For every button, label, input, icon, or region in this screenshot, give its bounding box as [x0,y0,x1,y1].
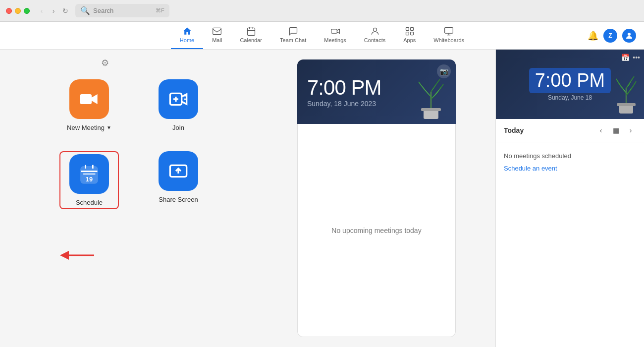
join-label: Join [172,124,184,131]
sidebar-header-banner: 7:00 PM Sunday, June 18 📅 ••• [496,50,644,119]
sidebar-calendar-toggle[interactable]: ▦ [610,125,621,136]
search-bar[interactable]: 🔍 ⌘F [75,4,169,17]
sidebar-plant [609,72,644,119]
action-grid: New Meeting ▼ Join [59,79,238,209]
new-meeting-label: New Meeting ▼ [67,124,111,131]
share-screen-item[interactable]: Share Screen [149,151,208,209]
new-meeting-item[interactable]: New Meeting ▼ [59,79,119,131]
nav-meetings[interactable]: Meetings [315,22,355,49]
svg-point-3 [373,28,376,31]
time-banner: 7:00 PM Sunday, 18 June 2023 📷 [297,59,456,124]
top-nav-right: 🔔 Z [588,29,636,43]
search-input[interactable] [93,7,153,14]
right-sidebar: 7:00 PM Sunday, June 18 📅 ••• [495,50,644,347]
main-layout: ⚙ [0,50,644,347]
svg-rect-20 [421,108,441,111]
svg-point-9 [628,33,631,36]
minimize-button[interactable] [15,8,21,14]
sidebar-today-header: Today ‹ ▦ › [496,119,644,142]
join-icon-bg [159,79,198,119]
center-time-display: 7:00 PM [307,76,381,100]
maximize-button[interactable] [24,8,30,14]
title-bar: ‹ › ↻ 🔍 ⌘F [0,0,644,22]
new-meeting-icon-bg [69,79,109,119]
content-area: ⚙ [0,50,258,347]
search-shortcut: ⌘F [156,7,164,14]
sidebar-time: 7:00 PM [529,68,611,93]
svg-rect-1 [247,28,255,35]
schedule-icon-bg: 19 [69,154,109,194]
sidebar-prev-button[interactable]: ‹ [595,125,606,136]
schedule-item[interactable]: 19 Schedule [59,151,119,209]
time-text-block: 7:00 PM Sunday, 18 June 2023 [307,76,381,108]
nav-teamchat[interactable]: Team Chat [271,22,315,49]
no-meetings-center: No upcoming meetings today [331,227,421,234]
svg-rect-4 [406,28,409,31]
refresh-button[interactable]: ↻ [59,5,71,17]
no-meetings-sidebar: No meetings scheduled [504,152,636,160]
center-date-display: Sunday, 18 June 2023 [307,100,381,108]
arrow-indicator [54,243,99,270]
profile-avatar[interactable] [622,29,636,43]
nav-calendar[interactable]: Calendar [231,22,271,49]
join-item[interactable]: Join [149,79,208,131]
sidebar-today-label: Today [504,126,524,134]
svg-rect-8 [445,28,453,34]
svg-rect-2 [331,29,337,33]
avatar[interactable]: Z [603,29,617,43]
meetings-area: No upcoming meetings today [297,124,456,337]
svg-rect-16 [83,173,96,175]
svg-text:19: 19 [86,175,93,183]
share-screen-icon-bg [159,151,198,191]
sidebar-next-button[interactable]: › [625,125,636,136]
nav-home[interactable]: Home [171,22,203,49]
sidebar-time-block: 7:00 PM Sunday, June 18 [529,68,611,101]
nav-whiteboards[interactable]: Whiteboards [425,22,473,49]
nav-contacts[interactable]: Contacts [355,22,394,49]
notification-icon[interactable]: 🔔 [588,30,598,41]
search-icon: 🔍 [80,6,90,15]
sidebar-header-actions: 📅 ••• [621,54,640,61]
svg-rect-11 [80,94,92,104]
sidebar-date: Sunday, June 18 [548,94,592,101]
share-screen-label: Share Screen [159,196,198,203]
plant-decoration [411,74,451,124]
nav-mail[interactable]: Mail [203,22,231,49]
sidebar-nav-icons: ‹ ▦ › [595,125,636,136]
schedule-label: Schedule [76,199,103,206]
traffic-lights [6,8,30,14]
svg-rect-0 [213,28,221,34]
back-button[interactable]: ‹ [36,5,48,17]
svg-rect-7 [410,32,413,35]
chevron-down-icon: ▼ [107,125,111,130]
forward-button[interactable]: › [48,5,59,17]
nav-apps[interactable]: Apps [394,22,425,49]
settings-icon[interactable]: ⚙ [101,58,109,68]
center-panel: 7:00 PM Sunday, 18 June 2023 📷 [258,50,495,347]
sidebar-calendar-icon[interactable]: 📅 [621,54,630,61]
sidebar-more-icon[interactable]: ••• [633,54,640,61]
top-nav: Home Mail Calendar Team Chat Meetings Co… [0,22,644,50]
schedule-event-link[interactable]: Schedule an event [504,165,557,172]
svg-rect-22 [617,103,636,106]
close-button[interactable] [6,8,12,14]
sidebar-content: No meetings scheduled Schedule an event [496,142,644,347]
svg-rect-6 [406,32,409,35]
nav-items-container: Home Mail Calendar Team Chat Meetings Co… [171,22,473,50]
svg-rect-5 [410,28,413,31]
